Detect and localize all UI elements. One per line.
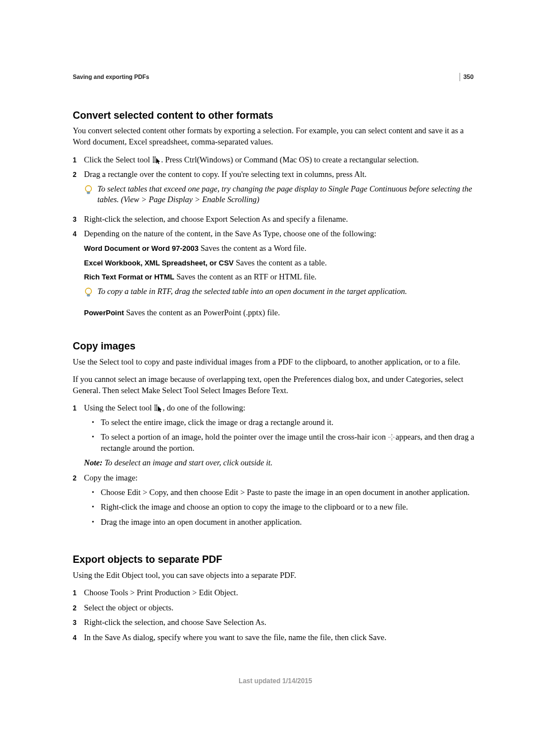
step-number: 1 — [73, 587, 84, 599]
note-label: Note: — [84, 458, 105, 467]
option-line: Word Document or Word 97-2003 Saves the … — [84, 243, 478, 254]
body-paragraph: Using the Edit Object tool, you can save… — [73, 570, 478, 581]
section-heading-copy-images: Copy images — [73, 339, 478, 353]
step-number: 3 — [73, 617, 84, 628]
note-text: To deselect an image and start over, cli… — [105, 458, 273, 467]
option-term: PowerPoint — [84, 309, 124, 317]
step-text: , do one of the following: — [163, 403, 245, 412]
step-text: In the Save As dialog, specify where you… — [84, 632, 478, 643]
sub-list: Choose Edit > Copy, and then choose Edit… — [92, 487, 478, 528]
step-text: Right-click the selection, and choose Sa… — [84, 617, 478, 628]
list-item: To select the entire image, click the im… — [101, 417, 334, 428]
step-body: Click the Select tool . Press Ctrl(Windo… — [84, 155, 478, 166]
body-paragraph: Use the Select tool to copy and paste in… — [73, 357, 478, 368]
option-line: PowerPoint Saves the content as an Power… — [84, 307, 478, 319]
page-number: 350 — [460, 73, 474, 81]
option-desc: Saves the content as an RTF or HTML file… — [175, 272, 317, 281]
lightbulb-icon — [84, 184, 97, 206]
step-number: 4 — [73, 632, 84, 643]
option-line: Rich Text Format or HTML Saves the conte… — [84, 272, 478, 283]
step-number: 2 — [73, 473, 84, 531]
step-text: Drag a rectangle over the content to cop… — [84, 169, 478, 180]
step-body: Drag a rectangle over the content to cop… — [84, 169, 478, 210]
list-item: Right-click the image and choose an opti… — [101, 502, 408, 513]
option-line: Excel Workbook, XML Spreadsheet, or CSV … — [84, 258, 478, 269]
tip: To copy a table in RTF, drag the selecte… — [84, 286, 478, 298]
footer-last-updated: Last updated 1/14/2015 — [73, 676, 478, 685]
step-number: 1 — [73, 155, 84, 166]
step-text: . Press Ctrl(Windows) or Command (Mac OS… — [161, 155, 419, 164]
procedure-export-objects: 1 Choose Tools > Print Production > Edit… — [73, 587, 478, 643]
step-text: Choose Tools > Print Production > Edit O… — [84, 587, 478, 599]
option-term: Rich Text Format or HTML — [84, 273, 175, 281]
step-body: Copy the image: Choose Edit > Copy, and … — [84, 473, 478, 531]
procedure-copy-images: 1 Using the Select tool , do one of the … — [73, 403, 478, 531]
select-tool-icon — [154, 404, 163, 412]
tip-text: To copy a table in RTF, drag the selecte… — [97, 286, 478, 298]
list-item: To select a portion of an image, hold th… — [101, 432, 478, 454]
step-body: Select the object or objects. — [84, 603, 478, 614]
step-number: 2 — [73, 169, 84, 210]
select-tool-icon — [152, 156, 161, 164]
step-body: Using the Select tool , do one of the fo… — [84, 403, 478, 469]
tip: To select tables that exceed one page, t… — [84, 184, 478, 206]
step-number: 2 — [73, 603, 84, 614]
option-desc: Saves the content as a table. — [234, 258, 327, 267]
svg-point-0 — [86, 185, 92, 192]
step-body: Right-click the selection, and choose Ex… — [84, 214, 478, 225]
sub-list: To select the entire image, click the im… — [92, 417, 478, 454]
intro-paragraph: You convert selected content other forma… — [73, 125, 478, 147]
step-text: Depending on the nature of the content, … — [84, 228, 478, 240]
step-body: Depending on the nature of the content, … — [84, 228, 478, 318]
step-text: Click the Select tool — [84, 155, 152, 164]
lightbulb-icon — [84, 286, 97, 298]
option-desc: Saves the content as an PowerPoint (.ppt… — [124, 308, 280, 317]
list-item: Drag the image into an open document in … — [101, 517, 302, 528]
option-term: Word Document or Word 97-2003 — [84, 244, 199, 253]
step-text: Using the Select tool — [84, 403, 154, 412]
section-heading-convert: Convert selected content to other format… — [73, 109, 478, 122]
option-desc: Saves the content as a Word file. — [199, 244, 307, 253]
step-body: Choose Tools > Print Production > Edit O… — [84, 587, 478, 599]
page: 350 Saving and exporting PDFs Convert se… — [0, 0, 534, 720]
running-header: Saving and exporting PDFs — [73, 73, 478, 81]
step-text: Select the object or objects. — [84, 603, 478, 614]
crosshair-icon — [388, 433, 396, 441]
step-number: 1 — [73, 403, 84, 469]
step-number: 4 — [73, 228, 84, 318]
step-body: Right-click the selection, and choose Sa… — [84, 617, 478, 628]
step-text: Copy the image: — [84, 473, 478, 484]
svg-point-1 — [86, 288, 92, 294]
body-paragraph: If you cannot select an image because of… — [73, 374, 478, 396]
option-term: Excel Workbook, XML Spreadsheet, or CSV — [84, 259, 234, 267]
step-body: In the Save As dialog, specify where you… — [84, 632, 478, 643]
list-item: Choose Edit > Copy, and then choose Edit… — [101, 487, 470, 498]
tip-text: To select tables that exceed one page, t… — [97, 184, 478, 206]
procedure-convert: 1 Click the Select tool . Press Ctrl(Win… — [73, 155, 478, 319]
step-number: 3 — [73, 214, 84, 225]
section-heading-export-objects: Export objects to separate PDF — [73, 553, 478, 566]
step-text: Right-click the selection, and choose Ex… — [84, 214, 478, 225]
